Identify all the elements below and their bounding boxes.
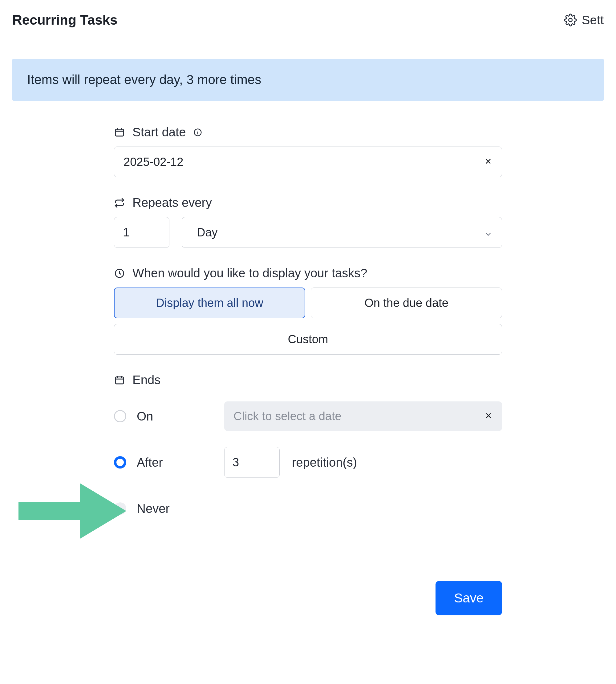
clear-start-date-button[interactable] <box>484 156 492 168</box>
svg-rect-1 <box>115 129 124 136</box>
repeat-count-value: 1 <box>123 226 129 239</box>
save-button[interactable]: Save <box>436 581 502 615</box>
start-date-label-row: Start date <box>114 125 502 139</box>
ends-never-label: Never <box>137 502 217 516</box>
repeat-unit-select[interactable]: Day <box>182 217 502 248</box>
ends-after-label: After <box>137 456 217 470</box>
clock-icon <box>114 268 125 279</box>
repeat-count-input[interactable]: 1 <box>114 217 169 248</box>
page-title: Recurring Tasks <box>12 12 118 28</box>
ends-after-radio[interactable] <box>114 456 126 469</box>
svg-marker-5 <box>19 483 126 539</box>
settings-link[interactable]: Sett <box>564 13 604 27</box>
ends-after-suffix: repetition(s) <box>292 456 357 470</box>
ends-on-radio[interactable] <box>114 410 126 423</box>
summary-banner: Items will repeat every day, 3 more time… <box>12 59 604 101</box>
ends-after-count-input[interactable]: 3 <box>224 447 280 478</box>
start-date-label: Start date <box>132 125 186 139</box>
start-date-value: 2025-02-12 <box>124 156 183 169</box>
repeat-unit-value: Day <box>197 226 218 239</box>
display-option-all-now[interactable]: Display them all now <box>114 288 305 318</box>
clear-ends-date-button[interactable] <box>484 410 493 423</box>
start-date-input[interactable]: 2025-02-12 <box>114 146 502 177</box>
summary-text: Items will repeat every day, 3 more time… <box>27 72 261 87</box>
gear-icon <box>564 14 577 26</box>
ends-after-value: 3 <box>233 456 239 469</box>
ends-on-label: On <box>137 409 217 423</box>
display-label-row: When would you like to display your task… <box>114 266 502 280</box>
ends-on-date-input[interactable]: Click to select a date <box>224 402 502 431</box>
svg-point-0 <box>569 18 572 22</box>
repeat-icon <box>114 197 125 208</box>
annotation-arrow <box>19 477 129 546</box>
display-label: When would you like to display your task… <box>132 266 368 280</box>
repeats-label: Repeats every <box>132 196 212 210</box>
header: Recurring Tasks Sett <box>12 12 604 37</box>
info-icon[interactable] <box>193 128 202 137</box>
settings-label: Sett <box>582 13 604 27</box>
ends-on-placeholder: Click to select a date <box>234 410 342 423</box>
calendar-icon <box>114 374 125 386</box>
chevron-down-icon <box>484 228 492 237</box>
calendar-icon <box>114 127 125 138</box>
ends-label: Ends <box>132 373 160 387</box>
display-option-due-date[interactable]: On the due date <box>311 288 502 318</box>
display-option-custom[interactable]: Custom <box>114 324 502 355</box>
repeats-label-row: Repeats every <box>114 196 502 210</box>
svg-rect-4 <box>115 377 124 384</box>
ends-label-row: Ends <box>114 373 502 387</box>
